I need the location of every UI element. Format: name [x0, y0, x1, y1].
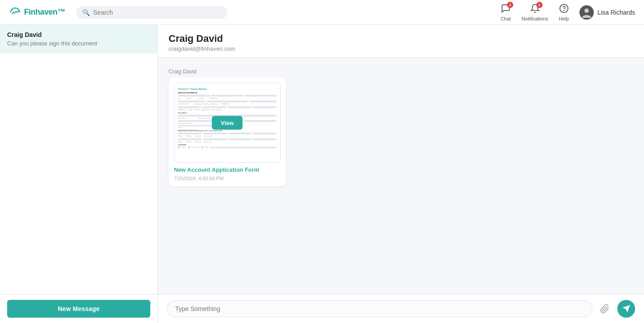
chat-label: Chat	[500, 16, 511, 21]
search-icon: 🔍	[82, 9, 90, 16]
document-preview[interactable]: Finhaven™ Private Markets INVESTOR INFOR…	[174, 83, 281, 173]
message-item: Craig David Finhaven™ Private Markets IN…	[169, 69, 447, 186]
help-icon-wrap	[559, 4, 569, 15]
help-button[interactable]: Help	[559, 4, 569, 21]
paperclip-icon	[600, 304, 610, 314]
avatar	[580, 5, 594, 20]
app-header: Finhaven™ 🔍 1 Chat 1 Notifications	[0, 0, 644, 25]
user-name: Lisa Richards	[597, 9, 635, 16]
message-input[interactable]	[167, 300, 592, 317]
messages-list: Craig David Finhaven™ Private Markets IN…	[158, 58, 644, 294]
logo-text: Finhaven™	[24, 8, 65, 17]
doc-form-logo: Finhaven™ Private Markets	[178, 88, 277, 90]
chat-button[interactable]: 1 Chat	[500, 4, 511, 21]
attach-button[interactable]	[597, 301, 613, 317]
message-timestamp: 7/25/2024, 4:03:59 PM	[174, 176, 281, 181]
notifications-button[interactable]: 1 Notifications	[522, 4, 548, 21]
send-button[interactable]	[617, 300, 635, 318]
logo: Finhaven™	[9, 6, 65, 19]
chat-header: Craig David craigdavid@finhaven.com	[158, 25, 644, 58]
help-icon	[559, 4, 569, 13]
sidebar-list: Craig David Can you please sign this doc…	[0, 25, 157, 294]
chat-contact-email: craigdavid@finhaven.com	[169, 45, 633, 52]
message-input-area	[158, 294, 644, 323]
chat-badge: 1	[507, 2, 513, 8]
document-thumbnail: Finhaven™ Private Markets INVESTOR INFOR…	[174, 83, 281, 163]
message-sender: Craig David	[169, 69, 197, 75]
chat-icon-wrap: 1	[501, 4, 511, 15]
user-profile[interactable]: Lisa Richards	[580, 5, 635, 20]
sidebar-item-name: Craig David	[7, 31, 150, 38]
header-actions: 1 Chat 1 Notifications Hel	[500, 4, 635, 21]
notifications-icon-wrap: 1	[530, 4, 540, 15]
sidebar-item[interactable]: Craig David Can you please sign this doc…	[0, 25, 157, 53]
search-input[interactable]	[93, 9, 221, 16]
avatar-icon	[580, 5, 594, 20]
notifications-label: Notifications	[522, 16, 548, 21]
svg-marker-5	[623, 305, 630, 313]
chat-area: Craig David craigdavid@finhaven.com Crai…	[158, 25, 644, 323]
search-bar[interactable]: 🔍	[76, 6, 227, 19]
chat-contact-name: Craig David	[169, 33, 633, 44]
notifications-badge: 1	[536, 2, 543, 8]
document-view-button[interactable]: View	[212, 116, 242, 130]
finhaven-logo-icon	[9, 6, 21, 19]
help-label: Help	[559, 16, 569, 21]
sidebar-item-preview: Can you please sign this document	[7, 40, 150, 47]
sidebar-footer: New Message	[0, 294, 157, 323]
new-message-button[interactable]: New Message	[7, 300, 150, 318]
document-title: New Account Application Form	[174, 166, 281, 173]
main-layout: Craig David Can you please sign this doc…	[0, 25, 644, 323]
send-icon	[622, 304, 631, 313]
message-bubble: Finhaven™ Private Markets INVESTOR INFOR…	[169, 77, 286, 186]
sidebar: Craig David Can you please sign this doc…	[0, 25, 158, 323]
svg-point-3	[584, 8, 589, 13]
